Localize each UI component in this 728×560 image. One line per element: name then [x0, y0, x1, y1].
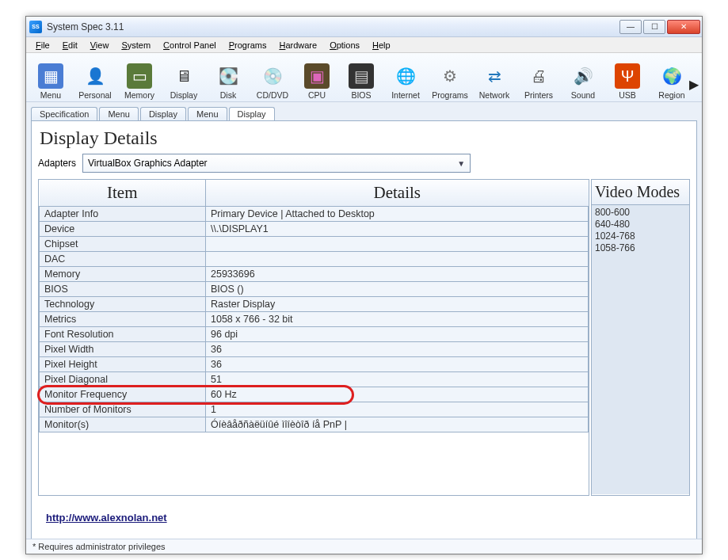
toolbar-cpu[interactable]: ▣CPU	[297, 63, 337, 100]
titlebar[interactable]: SS System Spec 3.11 — ☐ ✕	[26, 17, 702, 37]
minimize-button[interactable]: —	[619, 20, 642, 34]
cell-details: Primary Device | Attached to Desktop	[206, 207, 589, 222]
list-item[interactable]: 1024-768	[595, 230, 686, 242]
menu-options[interactable]: Options	[323, 39, 366, 51]
cell-item: Technology	[40, 297, 206, 312]
window-title: System Spec 3.11	[47, 21, 619, 32]
toolbar-sound[interactable]: 🔊Sound	[563, 63, 603, 100]
column-header-details[interactable]: Details	[206, 180, 589, 207]
toolbar-programs[interactable]: ⚙Programs	[430, 63, 470, 100]
toolbar-personal[interactable]: 👤Personal	[75, 63, 115, 100]
tab-menu[interactable]: Menu	[99, 107, 139, 120]
maximize-button[interactable]: ☐	[643, 20, 665, 34]
column-header-item[interactable]: Item	[40, 180, 206, 207]
menu-file[interactable]: File	[29, 39, 56, 51]
toolbar-label: Region	[658, 90, 684, 100]
cell-item: DAC	[40, 252, 206, 267]
list-item[interactable]: 640-480	[595, 219, 686, 230]
list-item[interactable]: 1058-766	[595, 242, 686, 254]
toolbar-internet[interactable]: 🌐Internet	[386, 63, 425, 100]
toolbar-display[interactable]: 🖥Display	[164, 63, 204, 100]
cd-dvd-icon: 💿	[260, 63, 285, 89]
toolbar-scroll-right-icon[interactable]: ▶	[689, 77, 699, 92]
menu-view[interactable]: View	[84, 39, 116, 51]
toolbar-label: BIOS	[351, 90, 371, 100]
cell-item: Monitor Frequency	[40, 387, 206, 402]
cell-details: 1	[206, 402, 589, 417]
cell-details: 1058 x 766 - 32 bit	[206, 312, 589, 327]
tab-display[interactable]: Display	[140, 107, 186, 120]
tab-display[interactable]: Display	[229, 107, 275, 121]
toolbar-menu[interactable]: ▦Menu	[31, 63, 71, 100]
adapter-selector-row: Adapters VirtualBox Graphics Adapter ▼	[38, 154, 690, 173]
app-icon: SS	[29, 21, 42, 33]
toolbar-label: Printers	[524, 90, 553, 100]
cell-details: 36	[206, 342, 589, 357]
toolbar-label: Display	[170, 90, 197, 100]
personal-icon: 👤	[82, 63, 108, 89]
region-icon: 🌍	[659, 63, 684, 89]
cell-details	[206, 252, 589, 267]
toolbar-label: Sound	[571, 90, 595, 100]
cell-details: 60 Hz	[206, 387, 589, 402]
menu-hardware[interactable]: Hardware	[273, 39, 323, 51]
toolbar-label: Personal	[78, 90, 111, 100]
table-row[interactable]: Adapter InfoPrimary Device | Attached to…	[40, 207, 589, 222]
menu-control-panel[interactable]: Control Panel	[157, 39, 223, 51]
menu-help[interactable]: Help	[366, 39, 397, 51]
table-row[interactable]: Device\\.\DISPLAY1	[40, 222, 589, 237]
menu-edit[interactable]: Edit	[56, 39, 84, 51]
cell-item: Chipset	[40, 237, 206, 252]
table-row[interactable]: Monitor Frequency60 Hz	[40, 387, 589, 402]
internet-icon: 🌐	[393, 63, 418, 89]
disk-icon: 💽	[215, 63, 241, 89]
video-modes-list[interactable]: 800-600640-4801024-7681058-766	[592, 205, 689, 494]
table-row[interactable]: Monitor(s)Óíèâåðñàëüíûé ìîíèòîð íå PnP |	[40, 417, 589, 432]
cell-item: Adapter Info	[40, 207, 206, 222]
application-window: SS System Spec 3.11 — ☐ ✕ FileEditViewSy…	[25, 16, 703, 554]
tab-specification[interactable]: Specification	[31, 107, 97, 120]
footer-link[interactable]: http://www.alexnolan.net	[38, 512, 690, 524]
adapter-combo[interactable]: VirtualBox Graphics Adapter ▼	[82, 154, 471, 173]
adapter-label: Adapters	[38, 158, 76, 169]
tabstrip: SpecificationMenuDisplayMenuDisplay	[26, 102, 702, 120]
cpu-icon: ▣	[304, 63, 330, 89]
table-row[interactable]: Pixel Diagonal51	[40, 372, 589, 387]
table-row[interactable]: Pixel Height36	[40, 357, 589, 372]
close-button[interactable]: ✕	[667, 20, 700, 34]
menu-system[interactable]: System	[115, 39, 157, 51]
toolbar-usb[interactable]: ΨUSB	[608, 63, 647, 100]
table-row[interactable]: Metrics1058 x 766 - 32 bit	[40, 312, 589, 327]
table-row[interactable]: Font Resolution96 dpi	[40, 327, 589, 342]
toolbar-bios[interactable]: ▤BIOS	[341, 63, 381, 100]
toolbar-label: Programs	[432, 90, 468, 100]
cell-details: 51	[206, 372, 589, 387]
cell-details: 96 dpi	[206, 327, 589, 342]
list-item[interactable]: 800-600	[595, 207, 686, 219]
toolbar-network[interactable]: ⇄Network	[475, 63, 514, 100]
toolbar-disk[interactable]: 💽Disk	[208, 63, 248, 100]
table-row[interactable]: Memory25933696	[40, 267, 589, 282]
cell-item: Number of Monitors	[40, 402, 206, 417]
menubar: FileEditViewSystemControl PanelProgramsH…	[26, 37, 702, 53]
toolbar-printers[interactable]: 🖨Printers	[519, 63, 558, 100]
toolbar-cd-dvd[interactable]: 💿CD/DVD	[253, 63, 292, 100]
tab-menu[interactable]: Menu	[188, 107, 227, 120]
table-row[interactable]: Number of Monitors1	[40, 402, 589, 417]
cell-item: Memory	[40, 267, 206, 282]
toolbar-memory[interactable]: ▭Memory	[120, 63, 159, 100]
cell-item: Metrics	[40, 312, 206, 327]
toolbar-label: Internet	[391, 90, 420, 100]
cell-item: Font Resolution	[40, 327, 206, 342]
table-row[interactable]: Chipset	[40, 237, 589, 252]
table-row[interactable]: DAC	[40, 252, 589, 267]
table-row[interactable]: TechnologyRaster Display	[40, 297, 589, 312]
toolbar-region[interactable]: 🌍Region	[652, 63, 692, 100]
table-row[interactable]: BIOSBIOS ()	[40, 282, 589, 297]
menu-programs[interactable]: Programs	[223, 39, 273, 51]
cell-details: Óíèâåðñàëüíûé ìîíèòîð íå PnP |	[206, 417, 589, 432]
page-title: Display Details	[40, 128, 688, 149]
table-row[interactable]: Pixel Width36	[40, 342, 589, 357]
toolbar-label: USB	[619, 90, 636, 100]
programs-icon: ⚙	[437, 63, 463, 89]
